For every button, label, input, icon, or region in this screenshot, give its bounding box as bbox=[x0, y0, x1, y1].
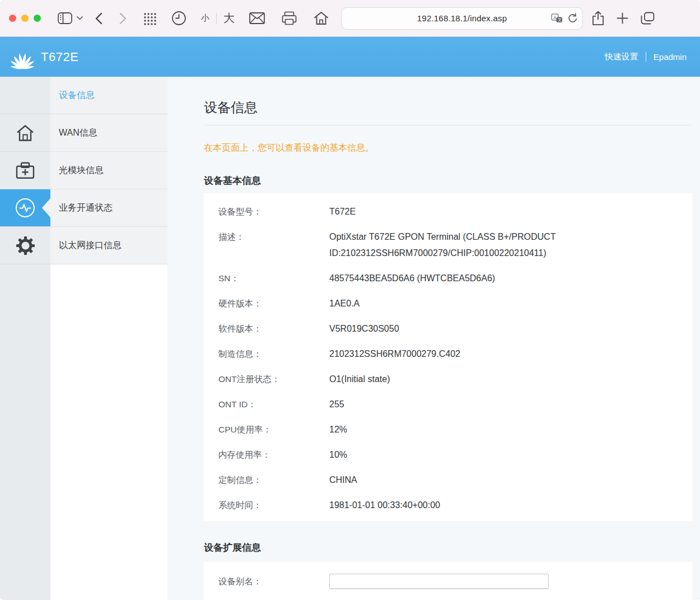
device-alias-input[interactable] bbox=[329, 574, 549, 589]
reload-icon[interactable] bbox=[568, 13, 577, 24]
info-row-manufacture-info: 制造信息： 2102312SSH6RM7000279.C402 bbox=[218, 341, 678, 366]
grid-dots-icon bbox=[143, 12, 157, 25]
text-larger-button[interactable]: 大 bbox=[223, 11, 235, 26]
menu-label: 光模块信息 bbox=[59, 165, 104, 176]
sidebar-toggle-button[interactable] bbox=[58, 12, 72, 24]
home-category-icon bbox=[15, 124, 35, 142]
back-button[interactable] bbox=[95, 12, 102, 25]
menu-item-service-provision-status[interactable]: 业务开通状态 bbox=[50, 189, 167, 227]
rail-cell-empty bbox=[0, 77, 50, 114]
menu-label: 设备信息 bbox=[59, 90, 95, 101]
info-value: V5R019C30S050 bbox=[329, 320, 399, 337]
info-label: 硬件版本： bbox=[218, 295, 329, 311]
text-smaller-label: 小 bbox=[201, 13, 209, 24]
text-larger-label: 大 bbox=[223, 11, 235, 26]
info-value: 255 bbox=[329, 396, 344, 412]
info-label: 系统时间： bbox=[218, 497, 329, 513]
mail-button[interactable] bbox=[249, 12, 265, 24]
info-label: 定制信息： bbox=[218, 472, 329, 488]
printer-icon bbox=[282, 11, 297, 25]
gear-icon bbox=[16, 236, 35, 255]
share-icon bbox=[592, 11, 604, 26]
info-row-hardware-version: 硬件版本： 1AE0.A bbox=[218, 291, 678, 316]
menu-item-optical-module-info[interactable]: 光模块信息 bbox=[50, 152, 167, 189]
minimize-window-button[interactable] bbox=[21, 15, 29, 22]
info-label: CPU使用率： bbox=[218, 421, 329, 438]
sidebar-icon bbox=[58, 12, 72, 24]
header-right: 快速设置 Epadmin bbox=[605, 52, 687, 62]
huawei-logo-icon bbox=[7, 44, 38, 71]
url-text: 192.168.18.1/index.asp bbox=[417, 13, 507, 23]
info-value: T672E bbox=[329, 203, 356, 220]
sidebar-menu-chevron[interactable] bbox=[77, 16, 83, 20]
info-value: 10% bbox=[329, 446, 347, 463]
basic-info-panel: 设备型号： T672E 描述： OptiXstar T672E GPON Ter… bbox=[204, 193, 692, 521]
basic-info-heading: 设备基本信息 bbox=[204, 174, 692, 188]
rail-item-status[interactable] bbox=[0, 189, 50, 227]
active-notch bbox=[42, 198, 50, 217]
info-label: SN： bbox=[218, 270, 329, 286]
menu-label: WAN信息 bbox=[59, 127, 97, 139]
chevron-down-icon bbox=[77, 16, 83, 20]
forward-button[interactable] bbox=[119, 12, 127, 25]
mail-icon bbox=[249, 12, 265, 24]
info-row-model: 设备型号： T672E bbox=[218, 199, 678, 224]
info-row-memory-usage: 内存使用率： 10% bbox=[218, 442, 678, 467]
text-smaller-button[interactable]: 小 bbox=[201, 13, 209, 24]
history-clock-button[interactable] bbox=[171, 11, 186, 26]
tabs-icon bbox=[641, 12, 655, 25]
page-title: 设备信息 bbox=[204, 99, 692, 116]
menu-item-wan-info[interactable]: WAN信息 bbox=[50, 114, 167, 152]
info-row-system-time: 系统时间： 1981-01-01 00:33:40+00:00 bbox=[218, 492, 678, 518]
zoom-window-button[interactable] bbox=[34, 15, 41, 22]
print-button[interactable] bbox=[282, 11, 297, 25]
icon-rail bbox=[0, 77, 50, 600]
back-icon bbox=[95, 12, 102, 25]
page-note: 在本页面上，您可以查看设备的基本信息。 bbox=[204, 142, 692, 154]
info-value: 48575443BEA5D6A6 (HWTCBEA5D6A6) bbox=[329, 270, 495, 286]
window-controls bbox=[9, 15, 41, 22]
brand-title: T672E bbox=[41, 50, 78, 64]
close-window-button[interactable] bbox=[9, 15, 16, 22]
info-value: 1981-01-01 00:33:40+00:00 bbox=[329, 497, 440, 513]
info-row-software-version: 软件版本： V5R019C30S050 bbox=[218, 316, 678, 341]
info-row-ont-register-status: ONT注册状态： O1(Initial state) bbox=[218, 366, 678, 392]
svg-text:文: 文 bbox=[558, 17, 562, 22]
address-bar[interactable]: 192.168.18.1/index.asp A文 bbox=[341, 7, 583, 30]
menu-label: 业务开通状态 bbox=[59, 202, 113, 214]
info-label: 制造信息： bbox=[218, 346, 329, 362]
info-label: 描述： bbox=[218, 229, 329, 261]
translate-icon[interactable]: A文 bbox=[551, 13, 563, 23]
submenu: 设备信息 WAN信息 光模块信息 业务开通状态 以太网接口信息 bbox=[50, 77, 168, 600]
rail-item-home[interactable] bbox=[0, 114, 50, 152]
new-tab-button[interactable] bbox=[617, 12, 628, 24]
browser-toolbar: 小 大 192.168.18.1/index.asp A文 bbox=[0, 0, 700, 37]
user-account-link[interactable]: Epadmin bbox=[654, 52, 687, 62]
rail-item-settings[interactable] bbox=[0, 227, 50, 264]
keypad-grid-button[interactable] bbox=[143, 12, 157, 25]
info-label: ONT ID： bbox=[218, 396, 329, 412]
alias-label: 设备别名： bbox=[218, 573, 329, 589]
rail-item-toolbox[interactable] bbox=[0, 152, 50, 189]
pulse-status-icon bbox=[15, 197, 36, 218]
tab-overview-button[interactable] bbox=[641, 12, 655, 25]
info-value: 1AE0.A bbox=[329, 295, 360, 311]
info-row-customization-info: 定制信息： CHINA bbox=[218, 467, 678, 492]
menu-filler bbox=[50, 264, 167, 600]
info-value: 12% bbox=[329, 421, 347, 438]
menu-item-device-info[interactable]: 设备信息 bbox=[50, 77, 167, 114]
header-divider bbox=[646, 52, 646, 62]
safari-window: 小 大 192.168.18.1/index.asp A文 bbox=[0, 0, 700, 600]
info-value: OptiXstar T672E GPON Terminal (CLASS B+/… bbox=[329, 229, 609, 261]
share-button[interactable] bbox=[592, 11, 604, 26]
menu-item-ethernet-port-info[interactable]: 以太网接口信息 bbox=[50, 227, 167, 264]
forward-icon bbox=[119, 12, 127, 25]
info-value: CHINA bbox=[329, 472, 357, 488]
svg-text:A: A bbox=[553, 15, 557, 20]
text-size-controls: 小 大 bbox=[201, 11, 235, 26]
site-body: 设备信息 WAN信息 光模块信息 业务开通状态 以太网接口信息 设备信息 在本页… bbox=[0, 77, 700, 600]
info-row-sn: SN： 48575443BEA5D6A6 (HWTCBEA5D6A6) bbox=[218, 266, 678, 291]
info-row-cpu-usage: CPU使用率： 12% bbox=[218, 417, 678, 442]
quick-setup-link[interactable]: 快速设置 bbox=[605, 52, 638, 62]
home-button[interactable] bbox=[314, 11, 329, 25]
